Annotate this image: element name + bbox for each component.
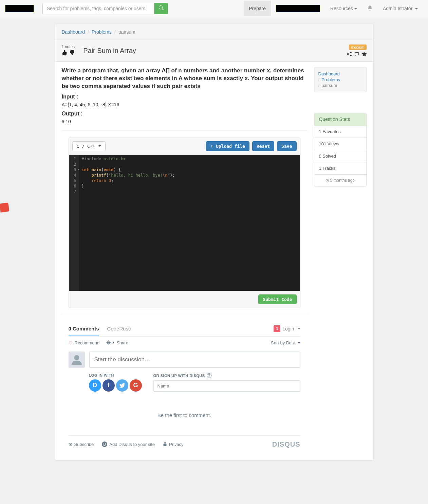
mail-icon: ✉ — [69, 442, 72, 447]
google-login-icon[interactable]: G — [130, 379, 142, 392]
title-bar: 1 votes Pair Sum in Array medium — [55, 40, 373, 62]
breadcrumb-dashboard[interactable]: Dashboard — [62, 29, 85, 35]
stats-header: Question Stats — [314, 113, 366, 126]
votes-box: 1 votes — [62, 44, 75, 57]
comments-count-tab[interactable]: 0 Comments — [69, 326, 99, 336]
share-icon: �↗ — [106, 340, 114, 345]
editor-footer: Submit Code — [69, 291, 300, 308]
title-meta: medium — [347, 44, 367, 57]
recommend-button[interactable]: ♡ Recommend — [69, 340, 100, 345]
thumbs-down-icon[interactable] — [69, 50, 75, 57]
breadcrumb-problems[interactable]: Problems — [92, 29, 112, 35]
problem-statement: Write a program that, given an array A[]… — [62, 67, 307, 90]
name-input[interactable] — [153, 380, 300, 392]
share-icon[interactable] — [347, 52, 352, 57]
page-title: Pair Sum in Array — [83, 47, 347, 55]
heart-icon: ♡ — [69, 340, 73, 345]
code-content[interactable]: #include <stdio.h> int main(void) { prin… — [79, 155, 178, 291]
upload-label: Upload file — [216, 144, 245, 149]
sort-label: Sort by Best — [271, 340, 295, 345]
login-count-badge: 1 — [274, 325, 280, 332]
side-crumb-problems[interactable]: Problems — [321, 77, 340, 82]
comment-input-row — [69, 352, 300, 368]
divider — [62, 315, 307, 315]
save-button[interactable]: Save — [277, 141, 296, 151]
stats-favorites: 1 Favorites — [314, 126, 366, 138]
nav-resources[interactable]: Resources — [325, 1, 362, 16]
twitter-login-icon[interactable] — [116, 379, 128, 392]
brand-logo[interactable] — [5, 5, 34, 12]
problem-description: Write a program that, given an array A[]… — [62, 67, 307, 124]
upload-icon: ⬆ — [210, 144, 213, 149]
lock-icon — [163, 442, 167, 447]
output-label: Output : — [62, 111, 307, 117]
add-disqus-button[interactable]: D Add Disqus to your site — [102, 442, 155, 447]
side-breadcrumb: Dashboard / Problems / pairsum — [314, 67, 367, 92]
vote-count: 1 votes — [62, 44, 75, 49]
avatar — [69, 352, 85, 368]
code-gutter: 1234567 — [69, 155, 79, 291]
social-login-row: D f G — [89, 379, 147, 392]
comment-input[interactable] — [89, 352, 300, 368]
comments-actions: ♡ Recommend �↗ Share Sort by Best — [69, 337, 300, 349]
search-button[interactable] — [154, 3, 168, 14]
stats-panel: Question Stats 1 Favorites 101 Views 0 S… — [314, 113, 367, 186]
auth-row: LOG IN WITH D f G — [89, 373, 300, 392]
signup-text: OR SIGN UP WITH DISQUS — [153, 374, 205, 378]
breadcrumb: Dashboard / Problems / pairsum — [62, 29, 367, 35]
svg-point-0 — [74, 355, 79, 360]
reset-button[interactable]: Reset — [252, 141, 274, 151]
disqus-login-icon[interactable]: D — [89, 379, 101, 392]
caret-icon — [98, 145, 101, 147]
disqus-icon: D — [102, 442, 107, 447]
privacy-button[interactable]: Privacy — [163, 442, 184, 447]
nav-user-label: Admin Istrator — [383, 6, 412, 11]
facebook-login-icon[interactable]: f — [103, 379, 115, 392]
sort-dropdown[interactable]: Sort by Best — [271, 340, 300, 345]
nav-prepare[interactable]: Prepare — [244, 1, 271, 16]
comment-icon[interactable] — [354, 52, 359, 57]
subscribe-label: Subscribe — [74, 442, 94, 447]
stats-solved: 0 Solved — [314, 150, 366, 162]
nav-brand-2[interactable] — [276, 5, 320, 12]
difficulty-badge: medium — [349, 44, 366, 50]
side-crumb-dashboard[interactable]: Dashboard — [318, 71, 340, 76]
stats-age: ◷ 5 months ago — [314, 175, 366, 186]
caret-icon — [298, 328, 300, 329]
share-button[interactable]: �↗ Share — [106, 340, 128, 345]
submit-button[interactable]: Submit Code — [258, 294, 296, 304]
comments-login[interactable]: 1 Login — [274, 325, 300, 332]
disqus-logo[interactable]: DISQUS — [272, 440, 300, 448]
upload-button[interactable]: ⬆ Upload file — [206, 141, 249, 151]
notifications-icon[interactable] — [362, 0, 378, 17]
input-value: A={1, 4, 45, 6, 10, -8} X=16 — [62, 102, 307, 107]
empty-comments: Be the first to comment. — [69, 392, 300, 435]
search-icon — [159, 5, 164, 11]
caret-icon — [298, 342, 300, 344]
language-select[interactable]: C / C++ — [72, 141, 106, 151]
nav-resources-label: Resources — [330, 6, 353, 11]
navbar: Prepare Resources Admin Istrator — [0, 0, 428, 17]
feedback-tab[interactable] — [0, 203, 10, 213]
clock-icon: ◷ — [325, 178, 329, 183]
editor-toolbar: C / C++ ⬆ Upload file Reset Save — [69, 138, 300, 155]
divider — [62, 130, 307, 131]
main-panel: Dashboard / Problems / pairsum 1 votes — [55, 24, 374, 461]
comments-site: CodeRusc — [107, 326, 131, 331]
login-label: Login — [282, 326, 294, 331]
code-area[interactable]: 1234567 #include <stdio.h> int main(void… — [69, 155, 300, 291]
search-input[interactable] — [42, 3, 154, 14]
signup-label: OR SIGN UP WITH DISQUS ? — [153, 373, 300, 378]
nav-right: Prepare Resources Admin Istrator — [244, 0, 423, 17]
login-with-label: LOG IN WITH — [89, 373, 147, 377]
breadcrumb-sep: / — [114, 29, 116, 35]
thumbs-up-icon[interactable] — [62, 50, 67, 57]
language-label: C / C++ — [77, 144, 95, 149]
comments-header: 0 Comments CodeRusc 1 Login — [69, 321, 300, 337]
comments-section: 0 Comments CodeRusc 1 Login ♡ Recommend — [62, 321, 307, 455]
star-icon[interactable] — [362, 52, 367, 57]
help-icon[interactable]: ? — [207, 373, 211, 378]
caret-icon — [415, 8, 418, 10]
nav-user-menu[interactable]: Admin Istrator — [378, 1, 423, 16]
subscribe-button[interactable]: ✉ Subscribe — [69, 442, 94, 447]
